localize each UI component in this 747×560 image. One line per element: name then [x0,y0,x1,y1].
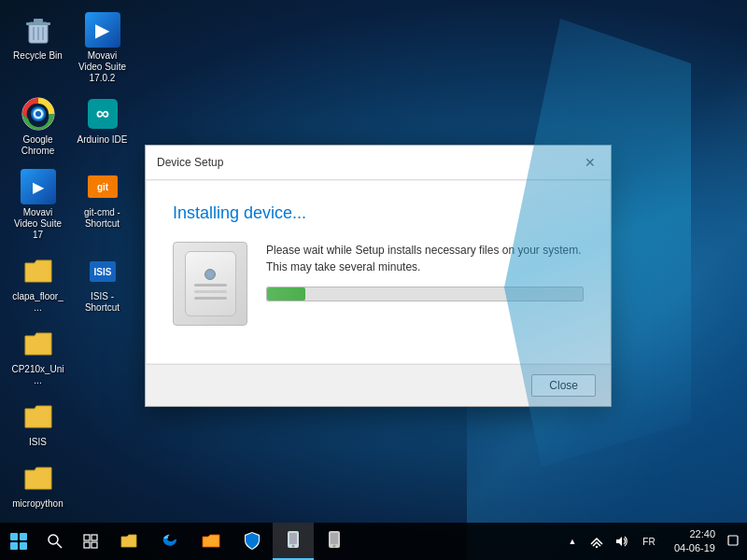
windows-logo-icon [10,533,27,550]
svg-point-25 [292,545,295,548]
device-image [173,242,247,326]
desktop-icon-micropython[interactable]: micropython [7,455,68,513]
taskbar-right: ▲ FR 22:40 [555,524,747,559]
desktop-icon-movavi17[interactable]: ▶ Movavi Video Suite 17 [7,164,68,245]
desktop-icon-cp210x[interactable]: CP210x_Uni... [7,321,68,390]
device-light [204,269,216,280]
taskbar-apps [108,523,555,560]
movavi17-label: Movavi Video Suite 17 [11,207,64,241]
device-body-graphic [185,251,236,316]
micropython-label: micropython [12,498,63,510]
gitcmd-label: git-cmd - Shortcut [76,207,129,230]
isis2-label: ISIS [29,437,47,448]
desktop-icons-area: Recycle Bin ▶ Movavi Video Suite 17.0.2 [0,0,140,521]
systray-expand[interactable]: ▲ [562,524,583,559]
taskbar-device-setup-1[interactable] [273,523,314,560]
svg-rect-19 [84,535,90,540]
device-stripe-2 [194,290,227,293]
svg-rect-2 [34,19,43,22]
dialog-close-btn[interactable]: Close [531,374,596,397]
systray-volume[interactable] [611,524,631,559]
start-button[interactable] [0,523,37,560]
systray-network[interactable] [586,524,607,559]
dialog-description: Please wait while Setup installs necessa… [266,242,584,275]
device-setup-dialog: Device Setup ✕ Installing device... Plea… [145,145,612,407]
svg-rect-24 [289,533,297,544]
search-icon [48,534,63,549]
task-view-icon [83,534,98,549]
svg-rect-22 [92,542,97,548]
svg-rect-30 [728,536,738,545]
svg-rect-20 [92,535,97,540]
desktop-icon-gitcmd[interactable]: git git-cmd - Shortcut [72,164,133,245]
svg-point-29 [596,546,598,548]
svg-point-28 [333,545,336,548]
dialog-close-button[interactable]: ✕ [581,153,599,172]
dialog-title: Device Setup [157,156,223,169]
svg-rect-21 [84,542,90,548]
dialog-titlebar: Device Setup ✕ [146,146,611,180]
svg-text:git: git [96,182,108,192]
desktop: Recycle Bin ▶ Movavi Video Suite 17.0.2 [0,0,747,560]
movavi-icon: ▶ [85,12,120,48]
desktop-icon-movavi[interactable]: ▶ Movavi Video Suite 17.0.2 [72,7,133,88]
svg-rect-1 [26,22,50,25]
taskbar-device-setup-2[interactable] [314,523,355,560]
dialog-heading: Installing device... [173,203,584,223]
desktop-icon-clapa[interactable]: clapa_floor_... [7,248,68,317]
taskbar-security[interactable] [232,523,273,560]
device-stripe-3 [194,297,227,300]
taskbar-edge[interactable] [149,523,190,560]
svg-point-17 [49,535,58,544]
systray-language[interactable]: FR [635,524,663,559]
svg-text:∞: ∞ [95,103,108,123]
taskbar-clock[interactable]: 22:40 04-06-19 [667,527,723,556]
clapa-label: clapa_floor_... [11,291,64,314]
svg-text:ISIS: ISIS [93,267,111,277]
progress-container [266,287,584,301]
svg-rect-27 [331,533,338,544]
desktop-icon-isis2[interactable]: ISIS [7,394,68,452]
dialog-content: Installing device... Please wait while S… [147,181,610,363]
device-stripe-1 [194,284,227,287]
taskbar-file-explorer[interactable] [108,523,149,560]
task-view-button[interactable] [73,523,108,560]
recycle-bin-label: Recycle Bin [13,50,63,62]
dialog-footer: Close [146,364,611,406]
arduino-label: Arduino IDE [78,134,128,146]
cp210x-label: CP210x_Uni... [11,364,64,386]
notification-button[interactable] [726,524,740,559]
desktop-icon-arduino[interactable]: ∞ Arduino IDE [72,91,133,161]
movavi-label: Movavi Video Suite 17.0.2 [76,50,129,84]
taskbar-folder[interactable] [190,523,232,560]
search-button[interactable] [37,523,73,560]
clock-time: 22:40 [689,527,715,541]
desktop-icon-recycle-bin[interactable]: Recycle Bin [7,7,68,88]
taskbar: ▲ FR 22:40 [0,523,747,560]
isis-label: ISIS - Shortcut [76,291,129,314]
progress-bar [267,287,305,301]
svg-point-10 [35,111,41,117]
movavi17-icon: ▶ [21,169,56,204]
chrome-label: Google Chrome [11,134,64,157]
dialog-body: Please wait while Setup installs necessa… [173,242,584,326]
clock-date: 04-06-19 [674,541,715,555]
svg-line-18 [57,543,62,548]
desktop-icon-isis[interactable]: ISIS ISIS - Shortcut [72,248,133,317]
desktop-icon-chrome[interactable]: Google Chrome [7,91,68,161]
